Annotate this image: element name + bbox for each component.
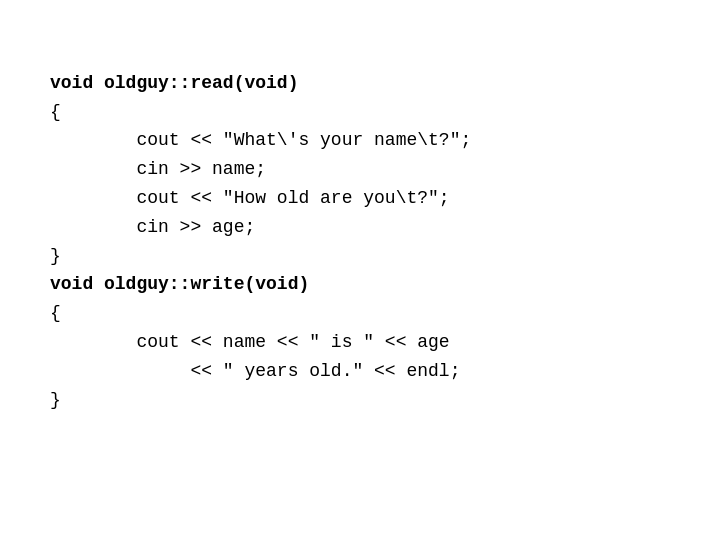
code-line-line9: {	[50, 299, 471, 328]
code-line-line5: cout << "How old are you\t?";	[50, 184, 471, 213]
code-line-line4: cin >> name;	[50, 155, 471, 184]
code-line-line1: void oldguy::read(void)	[50, 69, 471, 98]
code-line-line11: << " years old." << endl;	[50, 357, 471, 386]
code-line-line10: cout << name << " is " << age	[50, 328, 471, 357]
code-line-line8: void oldguy::write(void)	[50, 270, 471, 299]
code-line-line7: }	[50, 242, 471, 271]
code-line-line6: cin >> age;	[50, 213, 471, 242]
code-line-line13: }	[50, 386, 471, 415]
code-block: void oldguy::read(void){ cout << "What\'…	[0, 0, 521, 454]
code-line-line3: cout << "What\'s your name\t?";	[50, 126, 471, 155]
code-line-line2: {	[50, 98, 471, 127]
